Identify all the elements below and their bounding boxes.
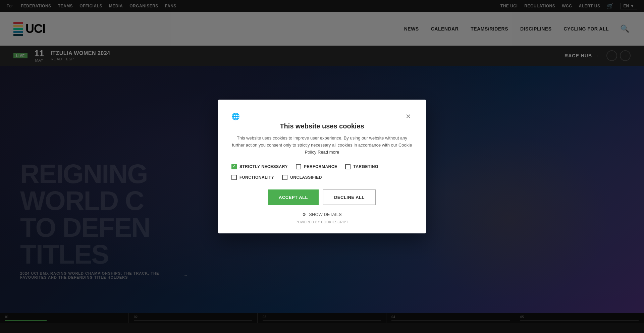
checkbox-targeting[interactable]	[345, 164, 351, 169]
cookie-option-unclassified: UNCLASSIFIED	[282, 175, 322, 180]
cookie-option-functionality: FUNCTIONALITY	[231, 175, 274, 180]
modal-buttons: ACCEPT ALL DECLINE ALL	[231, 189, 413, 205]
read-more-link[interactable]: Read more	[318, 150, 339, 155]
cookie-modal-title: This website uses cookies	[231, 122, 413, 130]
cookie-option-performance: PERFORMANCE	[296, 164, 337, 169]
checkbox-unclassified[interactable]	[282, 175, 287, 180]
checkbox-functionality[interactable]	[231, 175, 237, 180]
powered-by-label: POWERED BY COOKIESCRIPT	[231, 220, 413, 224]
strictly-necessary-label: STRICTLY NECESSARY	[239, 164, 288, 169]
show-details-label: SHOW DETAILS	[309, 212, 341, 217]
cookie-option-strictly: STRICTLY NECESSARY	[231, 164, 288, 169]
functionality-label: FUNCTIONALITY	[239, 175, 274, 180]
targeting-label: TARGETING	[353, 164, 378, 169]
checkbox-performance[interactable]	[296, 164, 301, 169]
decline-all-button[interactable]: DECLINE ALL	[323, 189, 376, 205]
cookie-option-targeting: TARGETING	[345, 164, 378, 169]
accept-all-button[interactable]: ACCEPT ALL	[268, 189, 319, 205]
cookie-modal-description: This website uses cookies to improve use…	[231, 135, 413, 156]
gear-icon: ⚙	[302, 212, 306, 217]
cookie-options: STRICTLY NECESSARY PERFORMANCE TARGETING…	[231, 164, 413, 180]
globe-icon: 🌐	[231, 112, 240, 120]
modal-close-button[interactable]: ✕	[404, 112, 413, 121]
cookie-modal-overlay: 🌐 ✕ This website uses cookies This websi…	[0, 0, 644, 323]
show-details-toggle[interactable]: ⚙ SHOW DETAILS	[231, 212, 413, 217]
cookie-modal: 🌐 ✕ This website uses cookies This websi…	[218, 100, 426, 233]
modal-header: 🌐 ✕	[231, 112, 413, 121]
performance-label: PERFORMANCE	[304, 164, 337, 169]
checkbox-strictly-necessary[interactable]	[231, 164, 237, 169]
unclassified-label: UNCLASSIFIED	[290, 175, 322, 180]
